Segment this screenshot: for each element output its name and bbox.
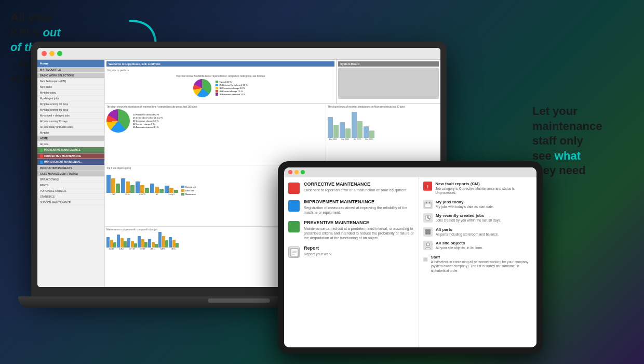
- recent-jobs-text: My recently created jobs Jobs created by…: [436, 213, 501, 223]
- sidebar-item-arrived-delayed[interactable]: My arrived + delayed jobs: [37, 113, 104, 119]
- improvement-icon: [288, 200, 300, 212]
- system-board-header: System Board: [338, 61, 439, 67]
- svg-rect-18: [425, 232, 428, 235]
- minimize-button: [49, 51, 55, 56]
- corrective-icon: [288, 183, 300, 194]
- staff-title: Staff: [431, 255, 533, 259]
- left-text-line1: All your: [10, 11, 53, 24]
- tablet-link-recent-jobs[interactable]: My recently created jobs Jobs created by…: [423, 213, 532, 223]
- improvement-title: IMPROVEMENT MAINTENANCE: [304, 199, 414, 204]
- sidebar-section-production: PRODUCTION PROJECTS: [37, 165, 104, 171]
- sidebar-section-case: CASE MANAGEMENT (TASKS): [37, 171, 104, 177]
- tablet-link-site-objects[interactable]: All site objects All your site objects, …: [423, 241, 532, 250]
- sidebar-item-my-jobs[interactable]: My jobs: [37, 130, 104, 136]
- report-title: Report: [304, 245, 331, 251]
- welcome-header: Welcome to Hippobase, Erik Lindqvist: [106, 61, 334, 67]
- tablet-menu-corrective[interactable]: CORRECTIVE MAINTENANCE Click here to rep…: [288, 181, 414, 194]
- sidebar-item-fault-reports[interactable]: New fault reports (CM): [37, 79, 104, 84]
- no-jobs-text: No jobs to perform: [106, 68, 334, 73]
- svg-rect-16: [425, 229, 428, 232]
- right-text-line1: Let your: [532, 105, 578, 118]
- tablet-menu-report[interactable]: Report Report your work: [288, 245, 414, 258]
- fault-reports-desc: Job category is Corrective Maintenance a…: [435, 187, 532, 196]
- sidebar-header: Home: [37, 60, 104, 67]
- jobs-today-title: My jobs today: [436, 200, 494, 204]
- site-objects-title: All site objects: [436, 241, 483, 245]
- left-text-highlight1: out: [43, 26, 60, 39]
- site-objects-desc: All your site objects, in list form.: [436, 246, 483, 250]
- sidebar-item-purchase[interactable]: PURCHASE ORDERS: [37, 188, 104, 194]
- tablet-maximize-button: [301, 170, 305, 174]
- sidebar-item-all-today[interactable]: All jobs today (includes sites): [37, 124, 104, 130]
- system-board-content: [338, 68, 439, 99]
- sidebar-item-running60[interactable]: My jobs running 60 days: [37, 107, 104, 113]
- tablet-link-staff[interactable]: Staff A list/selection containing all pe…: [423, 255, 532, 273]
- tablet-link-fault-reports[interactable]: ! New fault reports (CM) Job category is…: [423, 181, 532, 196]
- svg-point-24: [426, 258, 427, 259]
- recent-jobs-title: My recently created jobs: [436, 213, 501, 218]
- tablet-close-button: [288, 170, 292, 174]
- sidebar-item-jobs-today[interactable]: My jobs today: [37, 90, 104, 96]
- svg-point-21: [426, 243, 430, 246]
- sidebar-section-preventive: PREVENTIVE MAINTENANCE: [37, 147, 104, 153]
- tablet-device: CORRECTIVE MAINTENANCE Click here to rep…: [278, 161, 543, 354]
- fault-reports-text: New fault reports (CM) Job category is C…: [435, 181, 532, 196]
- all-parts-title: All parts: [436, 227, 499, 232]
- chart1-legend: Top call 13 % 25 Deferred (or before it)…: [216, 81, 247, 96]
- report-desc: Report your work: [304, 252, 331, 256]
- recent-jobs-desc: Jobs created by you within the last 30 d…: [436, 218, 501, 223]
- tablet-menu-preventive[interactable]: PREVENTIVE MAINTENANCE Maintenance carri…: [288, 220, 414, 240]
- close-button: [42, 51, 47, 56]
- tablet-menu-improvement[interactable]: IMPROVEMENT MAINTENANCE Registration of …: [288, 199, 414, 215]
- sidebar-item-delayed[interactable]: My delayed jobs: [37, 96, 104, 101]
- sidebar-item-all-jobs[interactable]: All jobs: [37, 141, 104, 147]
- fault-reports-title: New fault reports (CM): [435, 181, 532, 186]
- tablet-traffic-lights: [284, 167, 536, 177]
- right-bar-chart1: Aug 2021 Sep 2021: [328, 109, 439, 140]
- chart1-title: The chart shows the distribution of repo…: [106, 75, 334, 77]
- staff-text: Staff A list/selection containing all pe…: [431, 255, 533, 273]
- pie-chart-1: [193, 79, 211, 97]
- sidebar-item-running30[interactable]: My jobs running 30 days: [37, 101, 104, 107]
- laptop-sidebar: Home MY FAVOURITES BASIC WORK SELECTIONS…: [37, 60, 105, 287]
- tablet-screen: CORRECTIVE MAINTENANCE Click here to rep…: [284, 167, 536, 347]
- svg-rect-19: [428, 232, 431, 235]
- chart2-title: The chart shows the distribution of repo…: [106, 106, 324, 108]
- svg-text:!: !: [427, 184, 428, 189]
- jobs-today-text: My jobs today My jobs with today's date …: [436, 200, 494, 209]
- corrective-desc: Click here to report an error or a malfu…: [304, 188, 407, 192]
- right-text-line2: maintenance: [532, 120, 602, 133]
- sidebar-section-improvement: IMPROVEMENT MAINTENAN...: [37, 159, 104, 165]
- report-text: Report Report your work: [304, 245, 331, 256]
- improvement-desc: Registration of measures aimed at improv…: [304, 205, 414, 215]
- chart2-legend: 20 Preventive demand 62 % 25 Deferred (o…: [133, 113, 163, 128]
- site-objects-icon: [423, 241, 433, 250]
- sidebar-section-corrective: CORRECTIVE MAINTENANCE: [37, 153, 104, 160]
- svg-rect-17: [428, 229, 431, 232]
- pie-chart-2: [106, 109, 130, 133]
- preventive-desc: Maintenance carried out at a predetermin…: [304, 226, 414, 240]
- site-objects-text: All site objects All your site objects, …: [436, 241, 483, 250]
- tablet-link-jobs-today[interactable]: My jobs today My jobs with today's date …: [423, 200, 532, 209]
- preventive-icon: [288, 221, 300, 232]
- sidebar-item-all-running30[interactable]: All jobs running 30 days: [37, 119, 104, 124]
- jobs-today-desc: My jobs with today's date as start date.: [436, 205, 494, 209]
- right-text-line4: see: [532, 149, 552, 162]
- sidebar-item-new-tasks[interactable]: New tasks: [37, 84, 104, 90]
- right-text-line3: staff only: [532, 134, 583, 147]
- sidebar-item-subcon[interactable]: SUBCON MAINTENANCE: [37, 200, 104, 205]
- left-text-line2: KPI:s: [10, 26, 39, 39]
- staff-icon: [423, 255, 428, 264]
- maximize-button: [57, 51, 62, 56]
- sidebar-item-breakdowns[interactable]: BREAKDOWNS: [37, 177, 104, 183]
- sidebar-item-parts[interactable]: PARTS: [37, 183, 104, 188]
- welcome-panel: Welcome to Hippobase, Erik Lindqvist No …: [105, 60, 337, 103]
- tablet-minimize-button: [294, 170, 299, 174]
- tablet-link-all-parts[interactable]: All parts All parts including storeroom …: [423, 227, 532, 237]
- fault-reports-icon: !: [423, 181, 432, 191]
- sidebar-item-statistics[interactable]: STATISTICS: [37, 194, 104, 200]
- preventive-title: PREVENTIVE MAINTENANCE: [304, 220, 414, 225]
- sidebar-section-favourites: MY FAVOURITES: [37, 67, 104, 73]
- tablet-content: CORRECTIVE MAINTENANCE Click here to rep…: [284, 177, 536, 347]
- chart3-legend: External cost Labor cost Maintenance: [181, 186, 196, 196]
